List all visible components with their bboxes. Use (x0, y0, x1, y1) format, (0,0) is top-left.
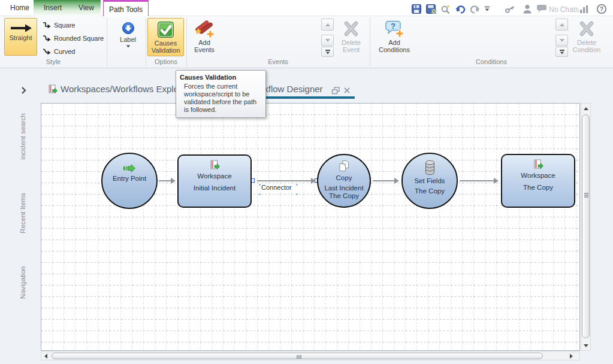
thumb-grip (297, 355, 298, 359)
node-sublabel: The Copy (415, 187, 445, 195)
undo-icon[interactable] (455, 4, 466, 16)
tab-view[interactable]: View (73, 0, 99, 16)
save-as-icon[interactable] (425, 4, 436, 16)
causes-validation-icon (157, 21, 174, 38)
copy-icon (338, 160, 351, 172)
label-dropdown-arrow (126, 46, 129, 48)
events-group-caption: Events (254, 58, 302, 65)
condition-bottom-button[interactable] (555, 47, 568, 57)
workspace-icon (533, 159, 543, 170)
stats-icon[interactable] (579, 4, 590, 16)
node-copy-last-incident[interactable]: Copy Last Incident The Copy (317, 154, 371, 208)
delete-condition-button[interactable]: Delete Condition (567, 18, 606, 56)
save-icon[interactable] (411, 4, 422, 16)
add-events-button[interactable]: Add Events (188, 18, 221, 56)
node-label: Copy (336, 174, 352, 182)
delete-event-button[interactable]: Delete Event (335, 18, 367, 56)
label-button[interactable]: Label (114, 18, 141, 56)
node-workspace-the-copy[interactable]: Workspace The Copy (501, 154, 575, 208)
no-chats-label: No Chats (549, 5, 579, 17)
down-arrow-icon (325, 51, 329, 54)
set-fields-icon (424, 160, 436, 175)
doc-tab-workspaces-workflows[interactable]: Workspaces/Workflows Explorer (61, 84, 189, 94)
workspace-icon (210, 160, 220, 171)
left-arrow-icon (44, 354, 47, 359)
redo-icon[interactable] (469, 4, 481, 16)
curved-path-icon (42, 47, 52, 56)
event-up-button[interactable] (321, 19, 334, 31)
ribbon: Home Insert View Path Tools No Chats ? S… (0, 0, 613, 68)
node-label: Set Fields (414, 177, 445, 185)
square-path-icon (42, 21, 52, 29)
node-label: Workspace (521, 172, 555, 180)
scroll-down-button[interactable] (581, 341, 590, 350)
selection-dot (296, 184, 298, 186)
event-down-button[interactable] (321, 35, 334, 46)
thumb-grip (584, 195, 588, 196)
curved-label: Curved (54, 48, 75, 55)
selection-dot (296, 193, 298, 195)
causes-validation-label: Causes Validation (149, 40, 183, 54)
connector-workspace-to-copy-selected[interactable] (257, 180, 311, 181)
document-tab-bar: Workspaces/Workflows Explorer Workflow D… (0, 69, 613, 103)
user-icon[interactable] (522, 4, 533, 16)
node-set-fields-the-copy[interactable]: Set Fields The Copy (401, 153, 458, 209)
key-icon[interactable] (504, 4, 516, 16)
tab-insert[interactable]: Insert (38, 0, 67, 16)
workflow-canvas[interactable]: Connector Entry Point Workspace Initial … (41, 103, 580, 351)
vertical-scrollbar[interactable] (581, 103, 591, 351)
node-label: Entry Point (113, 175, 146, 183)
horizontal-scrollbar[interactable] (41, 351, 580, 360)
down-arrow-icon (560, 51, 563, 54)
square-path-item[interactable]: Square (42, 20, 75, 30)
chat-icon[interactable] (536, 4, 548, 16)
rounded-square-path-item[interactable]: Rounded Square (42, 34, 104, 43)
node-sublabel: Last Incident (324, 184, 363, 192)
scroll-left-button[interactable] (41, 352, 50, 360)
condition-up-button[interactable] (555, 19, 568, 31)
expand-chevron-icon[interactable] (20, 86, 28, 95)
add-conditions-button[interactable]: ? Add Conditions (376, 18, 413, 56)
tooltip-title: Causes Validation (180, 74, 262, 81)
node-workspace-initial-incident[interactable]: Workspace Initial Incident (177, 154, 252, 208)
connector-label[interactable]: Connector (261, 184, 292, 191)
group-divider (370, 18, 370, 66)
node-sublabel: Initial Incident (194, 184, 235, 192)
up-arrow-icon (325, 23, 330, 26)
connector-copy-to-setfields[interactable] (373, 180, 394, 181)
sidebar-item-incident-search[interactable]: incident search (19, 113, 26, 159)
tab-path-tools[interactable]: Path Tools (103, 0, 149, 16)
find-icon[interactable] (440, 4, 451, 16)
down-arrow-icon (325, 39, 330, 42)
delete-event-label: Delete Event (337, 39, 365, 53)
thumb-grip (584, 193, 588, 194)
label-icon (122, 22, 135, 35)
causes-validation-button[interactable]: Causes Validation (147, 18, 184, 56)
scroll-up-button[interactable] (581, 104, 590, 113)
connector-setfields-to-workspace[interactable] (460, 180, 494, 181)
svg-text:?: ? (600, 6, 603, 13)
straight-path-button[interactable]: Straight (4, 18, 37, 56)
node-entry-point[interactable]: Entry Point (101, 153, 158, 209)
curved-path-item[interactable]: Curved (42, 47, 75, 56)
scroll-right-button[interactable] (567, 352, 576, 360)
node-sublabel: The Copy (523, 184, 553, 192)
right-arrow-icon (570, 354, 573, 359)
float-window-icon[interactable] (331, 86, 340, 95)
rounded-square-path-icon (42, 34, 52, 43)
event-bottom-button[interactable] (321, 47, 334, 57)
condition-down-button[interactable] (555, 35, 568, 46)
node-sublabel: The Copy (329, 192, 359, 200)
sidebar-item-navigation[interactable]: Navigation (19, 266, 26, 299)
add-events-icon (195, 20, 214, 38)
tab-home[interactable]: Home (6, 0, 34, 16)
ribbon-tab-row: Home Insert View Path Tools No Chats ? (0, 0, 613, 16)
sidebar-item-recent-items[interactable]: Recent Items (19, 193, 26, 233)
vertical-scroll-thumb[interactable] (582, 114, 590, 338)
help-icon[interactable]: ? (596, 4, 607, 16)
close-icon[interactable] (343, 87, 351, 94)
horizontal-scroll-thumb[interactable] (52, 353, 543, 359)
qat-more-icon[interactable] (484, 6, 491, 18)
connector-entry-to-workspace[interactable] (159, 180, 171, 181)
square-label: Square (54, 22, 75, 29)
